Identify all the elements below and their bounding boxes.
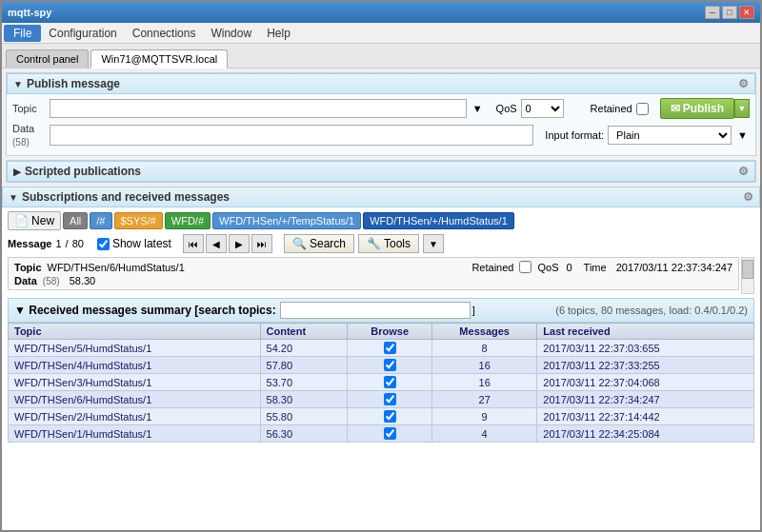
data-sub-label: (58) (12, 137, 30, 148)
cell-messages: 27 (432, 391, 537, 408)
col-content[interactable]: Content (260, 324, 348, 340)
tab-wfd[interactable]: WFD/# (165, 212, 211, 229)
message-total: 80 (72, 238, 84, 249)
cell-browse[interactable] (348, 357, 432, 374)
show-latest: Show latest (97, 237, 171, 250)
scripted-section-header[interactable]: ▶ Scripted publications ⚙ (7, 161, 755, 182)
cell-content: 53.70 (260, 374, 348, 391)
tab-sys[interactable]: $SYS/# (114, 212, 163, 229)
table-row[interactable]: WFD/THSen/6/HumdStatus/1 58.30 27 2017/0… (9, 391, 754, 408)
msg-retained-checkbox[interactable] (519, 261, 531, 273)
scrollbar-thumb[interactable] (742, 260, 753, 279)
table-row[interactable]: WFD/THSen/2/HumdStatus/1 55.80 9 2017/03… (9, 408, 754, 425)
publish-section: ▼ Publish message ⚙ Topic ▼ QoS 0 1 2 (6, 72, 756, 156)
message-detail: Topic WFD/THSen/6/HumdStatus/1 Retained … (8, 257, 739, 290)
tab-bar: Control panel Win71@MQTTSVR.local (2, 44, 760, 69)
table-row[interactable]: WFD/THSen/4/HumdStatus/1 57.80 16 2017/0… (9, 357, 754, 374)
show-latest-checkbox[interactable] (97, 238, 110, 250)
browse-checkbox[interactable] (384, 359, 396, 371)
cell-browse[interactable] (348, 340, 432, 357)
cell-last-received: 2017/03/11 22:37:04:068 (537, 374, 754, 391)
subs-gear-icon[interactable]: ⚙ (743, 190, 753, 204)
publish-btn-group: ✉ Publish ▼ (660, 98, 750, 119)
subs-section-header[interactable]: ▼ Subscriptions and received messages ⚙ (2, 187, 760, 207)
browse-checkbox[interactable] (384, 410, 396, 423)
publish-button[interactable]: ✉ Publish (660, 98, 734, 119)
search-button[interactable]: 🔍 Search (284, 234, 354, 253)
msg-time-label: Time (584, 262, 607, 273)
tab-connection[interactable]: Win71@MQTTSVR.local (90, 49, 228, 69)
cell-content: 57.80 (260, 357, 348, 374)
cell-messages: 16 (432, 357, 537, 374)
data-input[interactable] (50, 125, 533, 146)
tab-humd-status[interactable]: WFD/THSen/+/HumdStatus/1 (363, 212, 514, 229)
cell-content: 58.30 (260, 391, 348, 408)
topic-dropdown-icon[interactable]: ▼ (471, 103, 485, 114)
browse-checkbox[interactable] (384, 393, 396, 405)
publish-gear-icon[interactable]: ⚙ (738, 77, 749, 90)
subs-section-title: Subscriptions and received messages (22, 190, 230, 204)
table-row[interactable]: WFD/THSen/1/HumdStatus/1 56.30 4 2017/03… (9, 425, 754, 443)
tools-button[interactable]: 🔧 Tools (358, 234, 419, 253)
publish-section-header[interactable]: ▼ Publish message ⚙ (7, 73, 755, 94)
publish-dropdown-button[interactable]: ▼ (734, 99, 750, 118)
title-bar: mqtt-spy ─ □ ✕ (2, 2, 760, 23)
msg-topic-label: Topic (14, 262, 42, 273)
topic-row: Topic ▼ QoS 0 1 2 Retained ✉ (12, 98, 750, 119)
scripted-gear-icon[interactable]: ⚙ (738, 165, 749, 178)
qos-select[interactable]: 0 1 2 (521, 99, 564, 118)
summary-header: ▼ Received messages summary [search topi… (8, 298, 754, 323)
tools-dropdown-button[interactable]: ▼ (423, 234, 444, 253)
minimize-button[interactable]: ─ (705, 6, 720, 19)
browse-checkbox[interactable] (384, 376, 396, 388)
col-messages[interactable]: Messages (432, 324, 537, 340)
close-button[interactable]: ✕ (739, 6, 754, 19)
topic-input[interactable] (50, 99, 467, 118)
cell-browse[interactable] (348, 408, 432, 425)
summary-search-input[interactable] (280, 302, 471, 319)
col-last-received[interactable]: Last received (537, 324, 754, 340)
tab-temp-status[interactable]: WFD/THSen/+/TempStatus/1 (212, 212, 361, 229)
table-row[interactable]: WFD/THSen/5/HumdStatus/1 54.20 8 2017/03… (9, 340, 754, 357)
col-browse[interactable]: Browse (348, 324, 432, 340)
cell-browse[interactable] (348, 374, 432, 391)
cell-content: 56.30 (260, 425, 348, 443)
menu-bar: File Configuration Connections Window He… (2, 23, 760, 44)
tab-hash[interactable]: /# (90, 212, 111, 229)
new-subscription-tab[interactable]: 📄 New (8, 211, 61, 230)
data-row: Data (58) Input format: Plain Base64 Hex… (12, 122, 750, 148)
window-controls: ─ □ ✕ (705, 6, 754, 19)
summary-stats: (6 topics, 80 messages, load: 0.4/0.1/0.… (555, 305, 748, 316)
cell-topic: WFD/THSen/6/HumdStatus/1 (9, 391, 261, 408)
browse-checkbox[interactable] (384, 342, 396, 354)
cell-browse[interactable] (348, 391, 432, 408)
tab-all[interactable]: All (63, 212, 88, 229)
format-select[interactable]: Plain Base64 Hex (608, 126, 732, 145)
menu-help[interactable]: Help (259, 25, 298, 42)
col-topic[interactable]: Topic (9, 324, 261, 340)
msg-time-value: 2017/03/11 22:37:34:247 (616, 262, 732, 273)
input-format-label: Input format: (545, 129, 604, 141)
nav-last-button[interactable]: ⏭ (251, 234, 272, 253)
table-row[interactable]: WFD/THSen/3/HumdStatus/1 53.70 16 2017/0… (9, 374, 754, 391)
nav-next-button[interactable]: ▶ (229, 234, 250, 253)
detail-scrollbar[interactable] (741, 257, 754, 294)
browse-checkbox[interactable] (384, 427, 396, 440)
topic-tabs: 📄 New All /# $SYS/# WFD/# WFD/THSen/+/Te… (8, 211, 754, 230)
menu-connections[interactable]: Connections (125, 25, 204, 42)
nav-prev-button[interactable]: ◀ (206, 234, 227, 253)
msg-data-sub-label: (58) (43, 276, 60, 286)
cell-browse[interactable] (348, 425, 432, 443)
menu-window[interactable]: Window (203, 25, 259, 42)
format-dropdown-icon[interactable]: ▼ (735, 129, 750, 141)
maximize-button[interactable]: □ (722, 6, 737, 19)
retained-checkbox[interactable] (636, 103, 649, 115)
cell-topic: WFD/THSen/2/HumdStatus/1 (9, 408, 261, 425)
menu-file[interactable]: File (4, 25, 41, 42)
tab-control-panel[interactable]: Control panel (6, 49, 89, 68)
publish-section-title: Publish message (27, 77, 120, 90)
publish-arrow-icon: ▼ (13, 79, 23, 89)
cell-messages: 8 (432, 340, 537, 357)
nav-first-button[interactable]: ⏮ (183, 234, 204, 253)
menu-configuration[interactable]: Configuration (41, 25, 124, 42)
